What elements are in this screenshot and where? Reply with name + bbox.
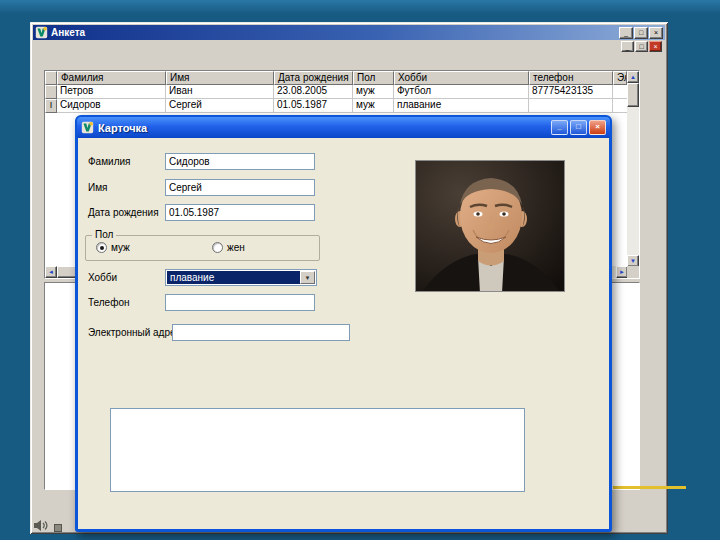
cell-birthdate[interactable]: 01.05.1987	[274, 99, 353, 113]
cell-sex[interactable]: муж	[353, 85, 394, 99]
scroll-left-icon[interactable]: ◄	[45, 266, 57, 278]
hobby-combobox[interactable]: плавание ▼	[165, 269, 317, 286]
grid-header-surname[interactable]: Фамилия	[57, 71, 166, 85]
sex-groupbox: Пол муж жен	[85, 235, 320, 261]
sex-option-male[interactable]: муж	[96, 242, 130, 253]
grid-header-phone[interactable]: телефон	[529, 71, 613, 85]
birthdate-label: Дата рождения	[88, 207, 159, 218]
maximize-button[interactable]: □	[634, 27, 648, 39]
email-label: Электронный адрес	[88, 327, 181, 338]
hobby-dropdown-button[interactable]: ▼	[300, 271, 315, 284]
radio-icon	[212, 242, 223, 253]
grid-header-birthdate[interactable]: Дата рождения	[274, 71, 353, 85]
cell-firstname[interactable]: Сергей	[166, 99, 274, 113]
dialog-titlebar[interactable]: Карточка _ □ ×	[77, 117, 610, 138]
birthdate-input[interactable]	[165, 204, 315, 221]
dropdown-arrow-icon: ▼	[305, 275, 311, 281]
dialog-app-icon	[81, 121, 94, 134]
portrait-photo	[415, 160, 565, 292]
main-window-title: Анкета	[51, 27, 618, 38]
dialog-title: Карточка	[98, 122, 549, 134]
cell-sex[interactable]: муж	[353, 99, 394, 113]
sex-option-female[interactable]: жен	[212, 242, 245, 253]
dialog-memo[interactable]	[110, 408, 525, 492]
radio-selected-icon	[96, 242, 107, 253]
system-tray-icons	[33, 519, 62, 532]
vertical-scroll-thumb[interactable]	[627, 83, 639, 107]
cell-hobby[interactable]: плавание	[394, 99, 529, 113]
grid-row[interactable]: Петров Иван 23.08.2005 муж Футбол 877754…	[45, 85, 639, 99]
sex-label: Пол	[92, 229, 116, 240]
close-button[interactable]: ×	[649, 27, 663, 39]
minimize-button[interactable]: _	[619, 27, 633, 39]
slide-accent-line	[613, 486, 686, 489]
main-window-titlebar[interactable]: Анкета _ □ ×	[33, 25, 665, 40]
phone-label: Телефон	[88, 297, 129, 308]
dialog-maximize-button[interactable]: □	[570, 120, 587, 135]
firstname-input[interactable]	[165, 179, 315, 196]
grid-header-email[interactable]: Элект	[613, 71, 627, 85]
child-minimize-button[interactable]: _	[621, 41, 634, 52]
speaker-icon[interactable]	[33, 519, 49, 532]
surname-input[interactable]	[165, 153, 315, 170]
cell-birthdate[interactable]: 23.08.2005	[274, 85, 353, 99]
email-input[interactable]	[172, 324, 350, 341]
grid-header-sex[interactable]: Пол	[353, 71, 394, 85]
cell-phone[interactable]	[529, 99, 613, 113]
active-row-marker: I	[45, 99, 57, 113]
grid-row-active[interactable]: I Сидоров Сергей 01.05.1987 муж плавание	[45, 99, 639, 113]
cell-email[interactable]	[613, 99, 627, 113]
firstname-label: Имя	[88, 182, 107, 193]
phone-input[interactable]	[165, 294, 315, 311]
grid-corner-cell	[45, 71, 57, 85]
app-icon	[35, 26, 48, 39]
cell-surname[interactable]: Петров	[57, 85, 166, 99]
child-close-button[interactable]: ×	[649, 41, 662, 52]
cell-surname[interactable]: Сидоров	[57, 99, 166, 113]
grid-header-row: Фамилия Имя Дата рождения Пол Хобби теле…	[45, 71, 639, 85]
grid-header-firstname[interactable]: Имя	[166, 71, 274, 85]
card-dialog: Карточка _ □ × Фамилия Имя Дата рождения…	[75, 115, 612, 532]
cell-email[interactable]	[613, 85, 627, 99]
hobby-selected-value: плавание	[167, 271, 300, 284]
child-restore-button[interactable]: □	[635, 41, 648, 52]
dialog-close-button[interactable]: ×	[589, 120, 606, 135]
slide-background: Анкета _ □ × _ □ × Фамилия Имя Дата рожд…	[0, 0, 720, 540]
surname-label: Фамилия	[88, 156, 130, 167]
child-window-controls: _ □ ×	[620, 41, 662, 52]
radio-label: жен	[227, 242, 245, 253]
radio-label: муж	[111, 242, 130, 253]
cell-firstname[interactable]: Иван	[166, 85, 274, 99]
dialog-minimize-button[interactable]: _	[551, 120, 568, 135]
cell-phone[interactable]: 87775423135	[529, 85, 613, 99]
hobby-label: Хобби	[88, 272, 117, 283]
grid-vertical-scrollbar[interactable]: ▲ ▼	[627, 71, 639, 267]
grid-header-hobby[interactable]: Хобби	[394, 71, 529, 85]
row-indicator	[45, 85, 57, 99]
tray-mini-icon[interactable]	[54, 524, 62, 532]
scrollbar-corner	[627, 266, 639, 278]
cell-hobby[interactable]: Футбол	[394, 85, 529, 99]
scroll-up-icon[interactable]: ▲	[627, 71, 639, 83]
